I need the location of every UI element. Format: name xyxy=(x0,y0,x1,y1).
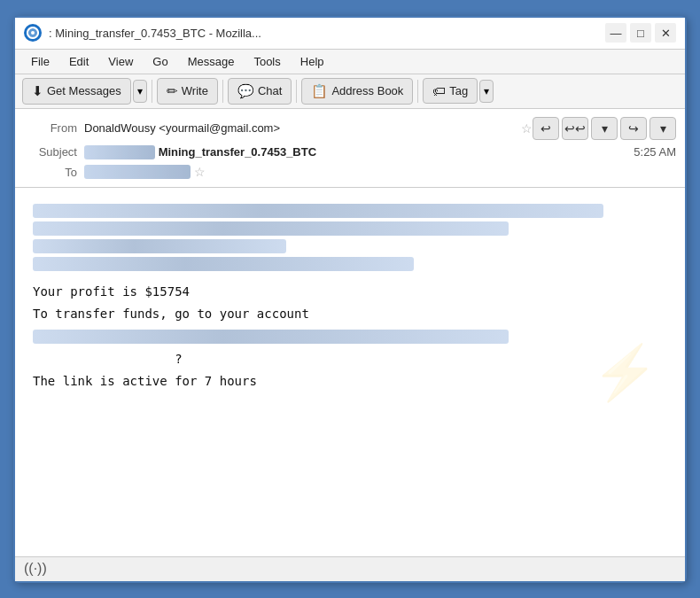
blurred-line-3 xyxy=(33,239,286,253)
window-controls: — □ ✕ xyxy=(605,23,676,43)
separator-1 xyxy=(152,80,152,103)
tag-icon: 🏷 xyxy=(432,83,446,98)
get-messages-label: Get Messages xyxy=(47,84,121,97)
from-label: From xyxy=(24,121,77,135)
blurred-line-1 xyxy=(33,204,603,218)
get-messages-dropdown[interactable]: ▾ xyxy=(133,80,147,103)
email-body: ⚡ Your profit is $15754 To transfer fund… xyxy=(15,188,685,555)
blurred-line-4 xyxy=(33,257,414,271)
email-header: From DonaldWousy <yourmail@gmail.com> ☆ … xyxy=(15,109,685,189)
email-content: Your profit is $15754 To transfer funds,… xyxy=(33,204,667,392)
body-line-3: The link is active for 7 hours xyxy=(33,371,667,391)
toolbar: ⬇ Get Messages ▾ ✏ Write 💬 Chat 📋 Addres… xyxy=(15,74,685,109)
blurred-line-2 xyxy=(33,221,509,236)
window-title: : Mining_transfer_0.7453_BTC - Mozilla..… xyxy=(49,27,605,40)
address-book-icon: 📋 xyxy=(311,83,328,99)
minimize-button[interactable]: — xyxy=(605,23,626,43)
to-star-icon[interactable]: ☆ xyxy=(194,165,206,179)
tag-dropdown[interactable]: ▾ xyxy=(479,80,494,103)
write-button[interactable]: ✏ Write xyxy=(157,78,218,105)
menu-tools[interactable]: Tools xyxy=(245,51,289,72)
subject-blurred xyxy=(84,145,155,159)
reply-button[interactable]: ↩ xyxy=(533,117,559,140)
more-actions-button[interactable]: ▾ xyxy=(649,117,676,140)
from-star-icon[interactable]: ☆ xyxy=(521,121,533,136)
from-value: DonaldWousy <yourmail@gmail.com> xyxy=(84,121,517,135)
separator-4 xyxy=(417,80,418,103)
address-book-label: Address Book xyxy=(331,84,403,97)
status-radio: ((·)) xyxy=(24,561,47,577)
reply-dropdown[interactable]: ▾ xyxy=(591,117,618,140)
subject-label: Subject xyxy=(24,145,77,159)
to-row: To ☆ xyxy=(24,162,676,182)
svg-point-1 xyxy=(31,31,35,35)
subject-row: Subject Mining_transfer_0.7453_BTC 5:25 … xyxy=(24,143,676,163)
email-time: 5:25 AM xyxy=(634,145,676,159)
separator-3 xyxy=(296,80,297,103)
menu-view[interactable]: View xyxy=(99,51,142,72)
body-line-2: To transfer funds, go to your account xyxy=(33,304,667,323)
radio-icon: ((·)) xyxy=(24,561,47,577)
chat-label: Chat xyxy=(258,84,282,97)
question-mark: ? xyxy=(175,352,182,366)
email-actions: ↩ ↩↩ ▾ ↪ ▾ xyxy=(533,117,676,140)
forward-button[interactable]: ↪ xyxy=(620,117,647,140)
menu-file[interactable]: File xyxy=(22,51,58,72)
menu-go[interactable]: Go xyxy=(144,51,176,72)
subject-main: Mining_transfer_0.7453_BTC xyxy=(159,145,316,159)
write-icon: ✏ xyxy=(167,83,178,99)
maximize-button[interactable]: □ xyxy=(630,23,651,43)
chat-icon: 💬 xyxy=(237,83,254,99)
chat-button[interactable]: 💬 Chat xyxy=(228,78,292,105)
blurred-header-block xyxy=(33,204,667,271)
write-label: Write xyxy=(182,84,208,97)
from-row: From DonaldWousy <yourmail@gmail.com> ☆ … xyxy=(24,114,676,143)
menubar: File Edit View Go Message Tools Help xyxy=(15,50,685,74)
body-line-1: Your profit is $15754 xyxy=(33,282,667,301)
menu-edit[interactable]: Edit xyxy=(60,51,97,72)
close-button[interactable]: ✕ xyxy=(655,23,676,43)
main-window: : Mining_transfer_0.7453_BTC - Mozilla..… xyxy=(13,16,687,583)
titlebar: : Mining_transfer_0.7453_BTC - Mozilla..… xyxy=(15,18,685,50)
menu-message[interactable]: Message xyxy=(179,51,244,72)
blurred-link xyxy=(33,330,509,344)
app-icon xyxy=(24,24,42,42)
separator-2 xyxy=(222,80,223,103)
address-book-button[interactable]: 📋 Address Book xyxy=(301,78,413,105)
tag-button[interactable]: 🏷 Tag xyxy=(423,78,478,104)
get-messages-button[interactable]: ⬇ Get Messages xyxy=(22,78,131,105)
to-label: To xyxy=(24,166,77,179)
menu-help[interactable]: Help xyxy=(292,51,333,72)
subject-value: Mining_transfer_0.7453_BTC xyxy=(84,145,634,160)
statusbar: ((·)) xyxy=(15,556,685,581)
tag-label: Tag xyxy=(449,84,468,97)
get-messages-icon: ⬇ xyxy=(32,83,43,99)
body-question: ? xyxy=(33,349,667,369)
to-value-blurred xyxy=(84,165,191,179)
reply-all-button[interactable]: ↩↩ xyxy=(562,117,588,140)
blurred-link-block xyxy=(33,330,667,344)
